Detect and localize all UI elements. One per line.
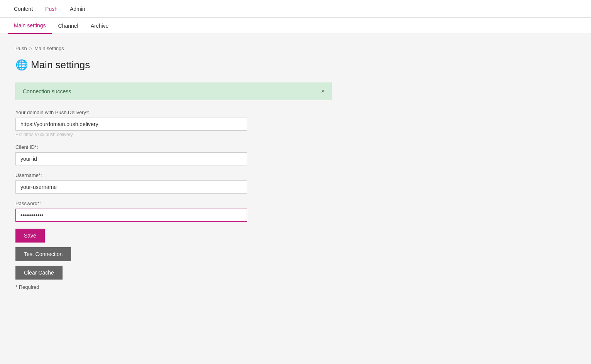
nav-push[interactable]: Push [39, 0, 64, 17]
domain-input[interactable] [15, 118, 247, 131]
client-id-form-group: Client ID*: [15, 144, 247, 165]
password-input[interactable] [15, 209, 247, 222]
top-navigation: Content Push Admin [0, 0, 591, 18]
sub-navigation: Main settings Channel Archive [0, 18, 591, 34]
breadcrumb-current: Main settings [34, 46, 64, 51]
required-note: * Required [15, 284, 247, 290]
subnav-main-settings[interactable]: Main settings [8, 18, 52, 34]
username-input[interactable] [15, 180, 247, 194]
subnav-archive[interactable]: Archive [85, 18, 115, 34]
page-title: 🌐 Main settings [15, 59, 332, 71]
password-form-group: Password*: [15, 201, 247, 222]
password-label: Password*: [15, 201, 247, 206]
username-form-group: Username*: [15, 172, 247, 194]
connection-success-alert: Connection success × [15, 83, 332, 100]
nav-admin[interactable]: Admin [64, 0, 91, 17]
client-id-input[interactable] [15, 152, 247, 165]
alert-close-button[interactable]: × [321, 88, 325, 94]
globe-icon: 🌐 [15, 59, 28, 71]
breadcrumb: Push > Main settings [15, 46, 332, 51]
domain-label: Your domain with Push.Delivery*: [15, 110, 247, 115]
breadcrumb-separator: > [29, 46, 32, 51]
alert-message: Connection success [23, 88, 71, 94]
domain-hint: Ex: https://xxx.push.delivery [15, 132, 247, 137]
nav-content[interactable]: Content [8, 0, 39, 17]
page-title-text: Main settings [31, 59, 90, 71]
page-content: Push > Main settings 🌐 Main settings Con… [0, 34, 347, 302]
client-id-label: Client ID*: [15, 144, 247, 150]
test-connection-button[interactable]: Test Connection [15, 247, 71, 261]
username-label: Username*: [15, 172, 247, 178]
breadcrumb-link[interactable]: Push [15, 46, 27, 51]
save-button[interactable]: Save [15, 229, 45, 243]
subnav-channel[interactable]: Channel [52, 18, 84, 34]
domain-form-group: Your domain with Push.Delivery*: Ex: htt… [15, 110, 247, 137]
settings-form: Your domain with Push.Delivery*: Ex: htt… [15, 110, 247, 290]
clear-cache-button[interactable]: Clear Cache [15, 266, 63, 280]
